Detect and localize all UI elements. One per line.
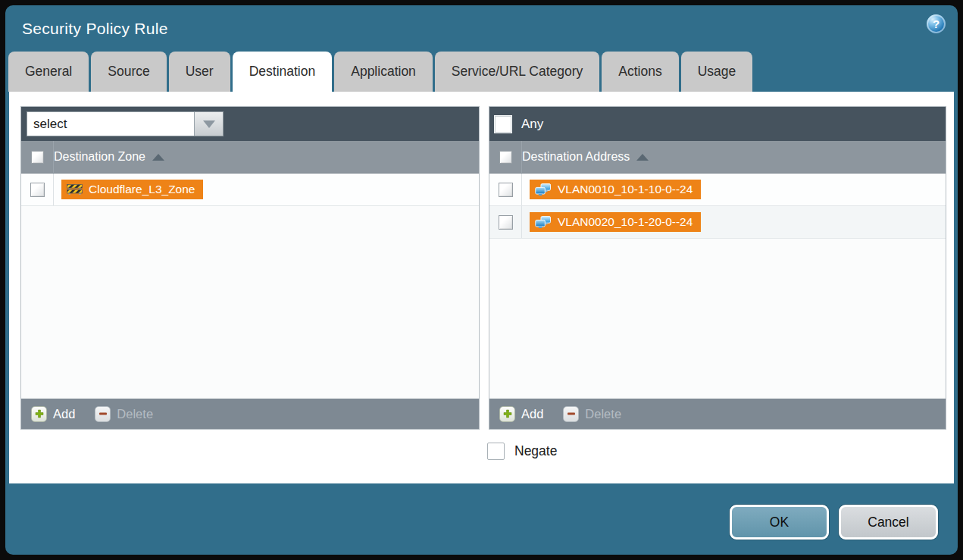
- destination-zone-panel: select Destination Zone: [20, 106, 480, 430]
- zone-column-header[interactable]: Destination Zone: [21, 141, 479, 174]
- zone-delete-button[interactable]: Delete: [95, 406, 153, 422]
- address-row[interactable]: VLAN0020_10-1-20-0--24: [489, 206, 946, 239]
- address-row-checkbox[interactable]: [499, 215, 513, 230]
- address-item-pill[interactable]: VLAN0020_10-1-20-0--24: [530, 212, 701, 232]
- zone-panel-header: select: [21, 107, 479, 141]
- negate-label: Negate: [514, 443, 557, 459]
- negate-checkbox[interactable]: [487, 443, 505, 460]
- address-panel-header: Any: [489, 107, 946, 141]
- address-list: VLAN0010_10-1-10-0--24 VLAN: [489, 174, 946, 399]
- sort-ascending-icon: [152, 154, 164, 161]
- zone-icon: [67, 183, 83, 196]
- tab-user[interactable]: User: [169, 52, 230, 92]
- zone-row[interactable]: Cloudflare_L3_Zone: [21, 174, 479, 206]
- zone-select-dropdown-button[interactable]: [194, 112, 223, 136]
- tab-destination[interactable]: Destination: [233, 52, 333, 92]
- destination-address-panel: Any Destination Address: [489, 106, 946, 430]
- zone-item-pill[interactable]: Cloudflare_L3_Zone: [61, 180, 203, 199]
- ok-button[interactable]: OK: [730, 505, 829, 540]
- tab-service-url-category[interactable]: Service/URL Category: [435, 52, 599, 92]
- address-column-title: Destination Address: [522, 150, 630, 164]
- any-label: Any: [521, 117, 543, 132]
- sort-ascending-icon: [636, 154, 649, 161]
- dialog-footer: OK Cancel: [5, 483, 958, 555]
- title-bar: Security Policy Rule ?: [5, 5, 958, 52]
- address-icon: [535, 183, 552, 196]
- tab-bar: General Source User Destination Applicat…: [5, 52, 958, 92]
- address-item-pill[interactable]: VLAN0010_10-1-10-0--24: [530, 180, 701, 199]
- zone-select[interactable]: select: [27, 111, 224, 136]
- address-select-all-checkbox[interactable]: [499, 151, 512, 164]
- zone-item-label: Cloudflare_L3_Zone: [89, 183, 195, 196]
- address-delete-button[interactable]: Delete: [563, 406, 621, 422]
- delete-icon: [95, 406, 111, 422]
- address-panel-footer: Add Delete: [489, 399, 946, 429]
- add-icon: [499, 406, 515, 422]
- add-icon: [31, 406, 47, 422]
- address-item-label: VLAN0010_10-1-10-0--24: [558, 183, 693, 196]
- zone-add-button[interactable]: Add: [31, 406, 75, 422]
- tab-application[interactable]: Application: [334, 52, 433, 92]
- address-row-checkbox[interactable]: [499, 183, 513, 197]
- chevron-down-icon: [203, 120, 215, 128]
- tab-source[interactable]: Source: [91, 52, 166, 92]
- tab-usage[interactable]: Usage: [681, 52, 753, 92]
- zone-list: Cloudflare_L3_Zone: [21, 174, 479, 399]
- zone-select-value[interactable]: select: [27, 112, 194, 136]
- address-row[interactable]: VLAN0010_10-1-10-0--24: [489, 174, 946, 206]
- zone-column-title: Destination Zone: [54, 150, 145, 164]
- any-checkbox[interactable]: [495, 116, 511, 133]
- zone-select-all-checkbox[interactable]: [31, 151, 44, 164]
- cancel-button[interactable]: Cancel: [839, 505, 938, 540]
- address-column-header[interactable]: Destination Address: [489, 141, 946, 174]
- help-icon[interactable]: ?: [927, 14, 946, 33]
- destination-tab-content: select Destination Zone: [9, 92, 954, 483]
- security-policy-rule-dialog: Security Policy Rule ? General Source Us…: [5, 5, 958, 555]
- delete-icon: [563, 406, 579, 422]
- tab-general[interactable]: General: [8, 52, 89, 92]
- address-add-button[interactable]: Add: [499, 406, 543, 422]
- zone-panel-footer: Add Delete: [21, 399, 479, 429]
- address-item-label: VLAN0020_10-1-20-0--24: [558, 215, 693, 229]
- tab-actions[interactable]: Actions: [602, 52, 678, 92]
- dialog-title: Security Policy Rule: [22, 20, 168, 38]
- address-icon: [535, 216, 552, 229]
- negate-option: Negate: [487, 443, 557, 460]
- zone-row-checkbox[interactable]: [30, 183, 45, 197]
